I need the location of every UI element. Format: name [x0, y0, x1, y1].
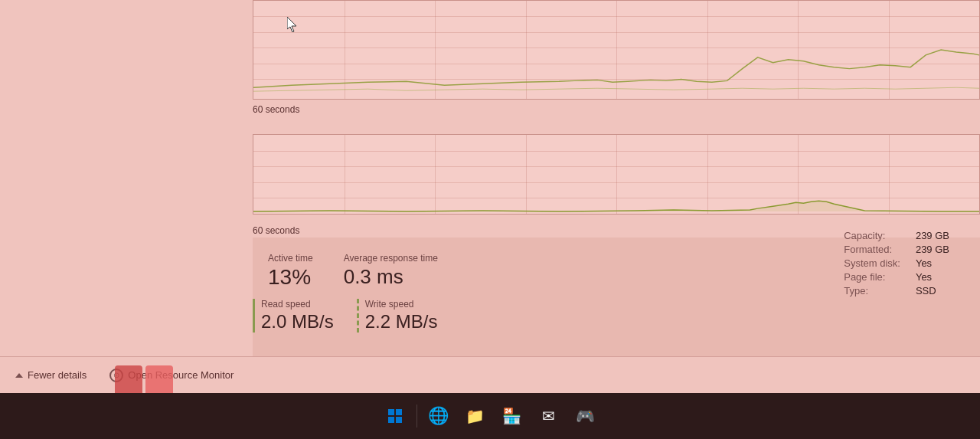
- svg-rect-3: [388, 417, 394, 423]
- avg-response-label: Average response time: [344, 253, 438, 264]
- chevron-up-icon: [15, 373, 23, 378]
- fewer-details-link[interactable]: Fewer details: [15, 369, 87, 381]
- svg-rect-2: [396, 409, 402, 415]
- bottom-bar: Fewer details ⊙ Open Resource Monitor: [0, 356, 980, 393]
- formatted-value: 239 GB: [916, 244, 949, 255]
- taskbar-mail-icon[interactable]: ✉: [534, 401, 564, 431]
- type-value: SSD: [916, 285, 949, 296]
- avg-response-value: 0.3 ms: [344, 265, 438, 289]
- left-panel: [0, 0, 253, 356]
- active-time-block: Active time 13%: [268, 253, 313, 290]
- bottom-chart-container: 60 seconds: [253, 119, 980, 238]
- top-chart-svg: [253, 1, 979, 99]
- bottom-chart-svg: [253, 135, 979, 214]
- taskbar-edge-icon[interactable]: 🌐: [423, 401, 454, 431]
- system-disk-value: Yes: [916, 257, 949, 269]
- partial-icon-2: [145, 365, 173, 393]
- type-label: Type:: [844, 285, 900, 296]
- active-time-value: 13%: [268, 265, 313, 290]
- taskbar: 🌐 📁 🏪 ✉ 🎮: [0, 393, 980, 439]
- page-file-value: Yes: [916, 271, 949, 283]
- capacity-value: 239 GB: [916, 230, 949, 241]
- svg-marker-0: [287, 17, 296, 32]
- active-time-label: Active time: [268, 253, 313, 264]
- disk-info-panel: Capacity: 239 GB Formatted: 239 GB Syste…: [844, 230, 949, 296]
- fewer-details-label: Fewer details: [28, 369, 87, 381]
- read-speed-value: 2.0 MB/s: [261, 311, 334, 333]
- formatted-label: Formatted:: [844, 244, 900, 255]
- top-chart-box: [253, 0, 980, 100]
- bottom-chart-label: 60 seconds: [253, 225, 299, 236]
- top-chart-container: 60 seconds: [253, 0, 980, 119]
- read-speed-block: Read speed 2.0 MB/s: [253, 299, 334, 333]
- svg-rect-1: [388, 409, 394, 415]
- write-speed-value: 2.2 MB/s: [365, 311, 438, 333]
- taskbar-store-icon[interactable]: 🏪: [497, 401, 528, 431]
- read-speed-label: Read speed: [261, 299, 334, 310]
- capacity-label: Capacity:: [844, 230, 900, 241]
- avg-response-block: Average response time 0.3 ms: [344, 253, 438, 290]
- svg-rect-4: [396, 417, 402, 423]
- system-disk-label: System disk:: [844, 257, 900, 269]
- taskbar-divider-1: [416, 405, 417, 428]
- bottom-chart-box: [253, 134, 980, 215]
- taskbar-game-icon[interactable]: 🎮: [570, 401, 601, 431]
- mouse-cursor: [287, 17, 299, 32]
- top-chart-label: 60 seconds: [253, 104, 299, 115]
- speed-row: Read speed 2.0 MB/s Write speed 2.2 MB/s: [253, 299, 437, 333]
- taskbar-explorer-icon[interactable]: 📁: [460, 401, 491, 431]
- taskbar-start-button[interactable]: [380, 401, 410, 431]
- write-speed-block: Write speed 2.2 MB/s: [357, 299, 438, 333]
- page-file-label: Page file:: [844, 271, 900, 283]
- write-speed-label: Write speed: [365, 299, 438, 310]
- partial-icon-1: [115, 365, 142, 393]
